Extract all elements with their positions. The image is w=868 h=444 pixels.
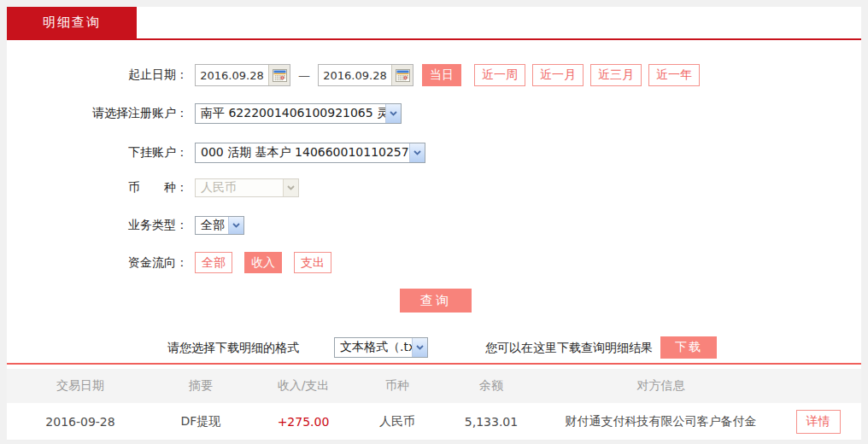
fund-flow-income-button[interactable]: 收入: [244, 252, 282, 273]
end-date-value: 2016.09.28: [319, 69, 391, 82]
fund-flow-label: 资金流向：: [7, 255, 188, 271]
download-format-value: 文本格式（.txt）: [335, 340, 412, 355]
download-format-label: 请您选择下载明细的格式: [167, 336, 299, 359]
detail-button[interactable]: 详情: [796, 410, 841, 434]
query-button[interactable]: 查询: [400, 289, 472, 313]
download-format-select[interactable]: 文本格式（.txt）: [334, 337, 428, 358]
fund-flow-row: 资金流向： 全部 收入 支出: [7, 252, 343, 273]
chevron-down-icon: [409, 143, 425, 162]
quick-range-3month-button[interactable]: 近三月: [590, 64, 642, 86]
start-date-calendar-icon[interactable]: [268, 65, 290, 85]
business-type-value: 全部: [196, 218, 228, 233]
cell-balance: 5,133.01: [436, 415, 547, 429]
cell-amount: +275.00: [248, 415, 359, 429]
register-account-value: 南平 6222001406100921065 灵通卡: [196, 106, 385, 121]
table-header-row: 交易日期 摘要 收入/支出 币种 余额 对方信息: [7, 369, 861, 403]
table-top-divider: [7, 363, 861, 365]
business-type-label: 业务类型：: [7, 218, 188, 233]
register-account-select[interactable]: 南平 6222001406100921065 灵通卡: [195, 103, 402, 124]
sub-account-row: 下挂账户： 000 活期 基本户 1406600101102571848: [7, 143, 425, 163]
header-balance: 余额: [436, 378, 547, 394]
table-row: 2016-09-28 DF提现 +275.00 人民币 5,133.01 财付通…: [7, 403, 861, 441]
start-date-input[interactable]: 2016.09.28: [195, 64, 290, 86]
chevron-down-icon: [228, 217, 243, 234]
detail-query-page: 明细查询 起止日期： 2016.09.28: [0, 0, 868, 444]
download-button[interactable]: 下载: [660, 336, 717, 359]
end-date-input[interactable]: 2016.09.28: [318, 64, 413, 86]
header-summary: 摘要: [154, 378, 248, 394]
end-date-calendar-icon[interactable]: [391, 65, 413, 85]
sub-account-value: 000 活期 基本户 1406600101102571848: [196, 145, 409, 161]
quick-range-month-button[interactable]: 近一月: [532, 64, 584, 86]
result-table: 交易日期 摘要 收入/支出 币种 余额 对方信息 2016-09-28 DF提现…: [7, 369, 861, 441]
business-type-row: 业务类型： 全部: [7, 216, 244, 235]
main-panel: 明细查询 起止日期： 2016.09.28: [7, 7, 861, 441]
header-amount: 收入/支出: [248, 378, 359, 394]
tab-detail-query[interactable]: 明细查询: [7, 7, 137, 38]
cell-counterparty: 财付通支付科技有限公司客户备付金: [547, 414, 775, 429]
cell-currency: 人民币: [359, 414, 436, 429]
header-date: 交易日期: [7, 378, 154, 394]
quick-range-today-button[interactable]: 当日: [422, 64, 461, 86]
currency-value: 人民币: [196, 180, 283, 196]
chevron-down-icon: [385, 104, 401, 123]
tab-underline: [7, 38, 861, 40]
date-range-label: 起止日期：: [7, 67, 188, 83]
download-row: 请您选择下载明细的格式 文本格式（.txt） 您可以在这里下载查询明细结果 下载: [7, 336, 861, 359]
currency-select: 人民币: [195, 178, 299, 197]
sub-account-label: 下挂账户：: [7, 145, 188, 161]
header-counterparty: 对方信息: [547, 378, 775, 394]
register-account-row: 请选择注册账户： 南平 6222001406100921065 灵通卡: [7, 103, 402, 124]
quick-range-week-button[interactable]: 近一周: [474, 64, 525, 86]
currency-row: 币 种： 人民币: [7, 178, 299, 197]
fund-flow-expense-button[interactable]: 支出: [294, 252, 331, 273]
chevron-down-icon: [412, 338, 427, 357]
business-type-select[interactable]: 全部: [195, 216, 244, 235]
tab-label: 明细查询: [43, 15, 101, 31]
register-account-label: 请选择注册账户：: [7, 106, 188, 121]
currency-label: 币 种：: [7, 180, 188, 196]
cell-actions: 详情: [775, 410, 861, 434]
chevron-down-icon: [283, 179, 298, 196]
download-hint-text: 您可以在这里下载查询明细结果: [485, 336, 653, 359]
cell-date: 2016-09-28: [7, 415, 154, 429]
sub-account-select[interactable]: 000 活期 基本户 1406600101102571848: [195, 143, 425, 163]
date-range-row: 起止日期： 2016.09.28: [7, 64, 700, 86]
cell-summary: DF提现: [154, 414, 248, 429]
start-date-value: 2016.09.28: [196, 69, 268, 82]
quick-range-year-button[interactable]: 近一年: [648, 64, 700, 86]
date-range-separator: —: [298, 68, 310, 82]
fund-flow-all-button[interactable]: 全部: [195, 252, 232, 273]
header-currency: 币种: [359, 378, 436, 394]
